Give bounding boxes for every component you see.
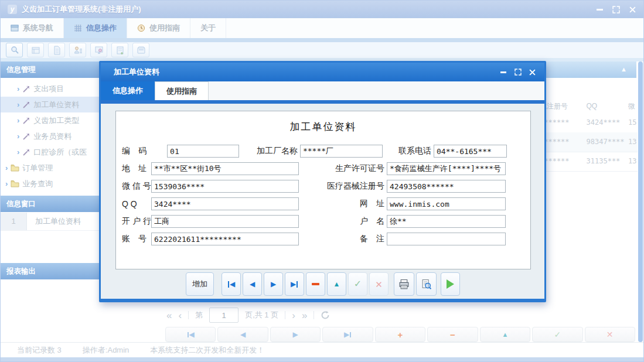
pager: « ‹ 第 页,共 1 页 › » <box>166 306 330 324</box>
holder-field[interactable] <box>387 215 506 228</box>
toolbar-document-button[interactable] <box>48 43 65 57</box>
toolbar-cardfile-button[interactable] <box>27 43 44 57</box>
license-field[interactable] <box>387 162 506 175</box>
tab-about[interactable]: 关于 <box>190 18 226 38</box>
record-prev-button[interactable]: ◀ <box>217 327 268 342</box>
address-field[interactable] <box>151 162 299 175</box>
dialog-maximize-button[interactable] <box>514 69 522 76</box>
vertical-scrollbar[interactable] <box>638 62 643 342</box>
record-last-button[interactable]: ▶ <box>322 327 373 342</box>
code-field[interactable] <box>167 145 239 158</box>
dialog-tab-guide[interactable]: 使用指南 <box>155 81 209 100</box>
divider <box>188 311 189 319</box>
nav-first-button[interactable]: ◀ <box>222 272 241 296</box>
prev-page-button[interactable]: ‹ <box>178 310 182 320</box>
toolbar-search-button[interactable] <box>6 43 23 57</box>
delete-button[interactable] <box>306 272 325 296</box>
section-header-report-output[interactable]: 报表输出 <box>1 263 100 279</box>
sidebar-item-label: 业务员资料 <box>33 131 71 142</box>
row-label: 加工单位资料 <box>27 216 81 227</box>
dialog-minimize-button[interactable] <box>499 69 507 76</box>
collapse-arrow-icon[interactable]: ▲ <box>621 66 627 73</box>
license-label: 生产许可证号 <box>299 163 384 174</box>
refresh-button[interactable] <box>321 310 330 320</box>
sidebar-item-expenditure[interactable]: › 支出项目 <box>1 81 100 97</box>
record-first-button[interactable]: ◀ <box>165 327 216 342</box>
chevron-right-icon: › <box>17 132 19 140</box>
sidebar-item-order-mgmt[interactable]: › 订单管理 <box>1 160 100 176</box>
cancel-button[interactable]: ✕ <box>369 272 389 296</box>
tab-system-nav[interactable]: 系统导航 <box>1 18 64 38</box>
sidebar-item-denture-type[interactable]: › 义齿加工类型 <box>1 112 100 128</box>
toolbar-sheet-add-button[interactable] <box>111 43 128 57</box>
preview-button[interactable] <box>416 272 437 296</box>
page-input[interactable] <box>209 308 238 323</box>
last-icon <box>350 332 351 337</box>
dialog-tab-info-ops[interactable]: 信息操作 <box>101 81 155 100</box>
nav-next-button[interactable]: ▶ <box>264 272 283 296</box>
sidebar-item-business-query[interactable]: › 业务查询 <box>1 176 100 192</box>
record-edit-button[interactable]: ▲ <box>480 327 530 342</box>
section-header-info-mgmt[interactable]: 信息管理 <box>1 62 100 78</box>
window-title: 义齿加工订单管理系统(非注册用户) <box>22 4 141 15</box>
archive-box-icon <box>137 46 146 55</box>
toolbar-archive-button[interactable] <box>132 43 149 57</box>
close-button[interactable] <box>628 5 636 13</box>
wechat-field[interactable] <box>151 180 299 193</box>
sidebar: 信息管理 › 支出项目 › 加工单位资料 › 义齿加工类型 › 业务员资料 › … <box>1 62 100 342</box>
info-window-row[interactable]: 1 加工单位资料 <box>1 213 100 231</box>
account-field[interactable] <box>151 233 299 245</box>
qq-field[interactable] <box>151 197 299 210</box>
add-button[interactable]: 增加 <box>186 272 214 296</box>
toolbar-staff-button[interactable] <box>69 43 86 57</box>
record-add-button[interactable]: + <box>375 327 425 342</box>
main-toolbar <box>1 42 643 58</box>
bank-field[interactable] <box>151 215 299 228</box>
table-row[interactable]: 8****** 3424**** 15 <box>540 113 638 133</box>
minimize-button[interactable] <box>595 5 604 13</box>
post-button[interactable]: ✓ <box>348 272 367 296</box>
bottom-strip <box>1 357 643 361</box>
website-field[interactable] <box>387 197 506 210</box>
first-page-button[interactable]: « <box>166 310 172 320</box>
document-icon <box>52 46 62 55</box>
phone-field[interactable] <box>434 145 507 158</box>
tab-info-ops[interactable]: 信息操作 <box>64 18 127 38</box>
search-icon <box>10 46 19 55</box>
first-icon <box>188 332 189 337</box>
remark-field[interactable] <box>387 233 506 245</box>
register-label: 医疗器械注册号 <box>299 181 384 192</box>
dialog-close-button[interactable] <box>529 69 536 76</box>
record-delete-button[interactable]: − <box>427 327 478 342</box>
nav-prev-button[interactable]: ◀ <box>243 272 262 296</box>
print-button[interactable] <box>394 272 414 296</box>
dialog-titlebar: 加工单位资料 <box>101 63 544 81</box>
factory-field[interactable] <box>300 145 383 158</box>
restore-button[interactable] <box>612 5 620 13</box>
sidebar-item-clinic[interactable]: › 口腔诊所（或医 <box>1 144 100 160</box>
sidebar-item-processing-unit[interactable]: › 加工单位资料 <box>1 97 100 112</box>
nav-last-button[interactable]: ▶ <box>285 272 304 296</box>
section-header-info-window[interactable]: 信息窗口 <box>1 196 100 212</box>
sidebar-item-salesman[interactable]: › 业务员资料 <box>1 128 100 144</box>
chevron-right-icon: › <box>17 148 19 156</box>
cell-wechat: 13 <box>628 152 638 171</box>
first-icon: ◀ <box>189 330 195 339</box>
column-header-register: 械注册号 <box>540 99 587 113</box>
toolbar-monitor-button[interactable] <box>90 43 107 57</box>
record-next-button[interactable]: ▶ <box>270 327 321 342</box>
grid-icon <box>74 24 82 32</box>
table-row[interactable]: 8****** 98347**** 13 <box>540 132 638 152</box>
run-button[interactable] <box>441 272 460 296</box>
edit-button[interactable]: ▲ <box>327 272 346 296</box>
record-cancel-button[interactable]: ✕ <box>585 327 635 342</box>
last-page-button[interactable]: » <box>302 310 307 320</box>
table-row[interactable]: 2****** 31135*** 13 <box>540 152 638 172</box>
tab-guide[interactable]: 使用指南 <box>127 18 190 38</box>
record-post-button[interactable]: ✓ <box>532 327 582 342</box>
qq-label: Q Q <box>122 199 151 209</box>
window-icon <box>11 24 19 32</box>
register-field[interactable] <box>387 180 506 193</box>
sidebar-item-label: 义齿加工类型 <box>33 115 79 126</box>
next-page-button[interactable]: › <box>292 310 295 320</box>
